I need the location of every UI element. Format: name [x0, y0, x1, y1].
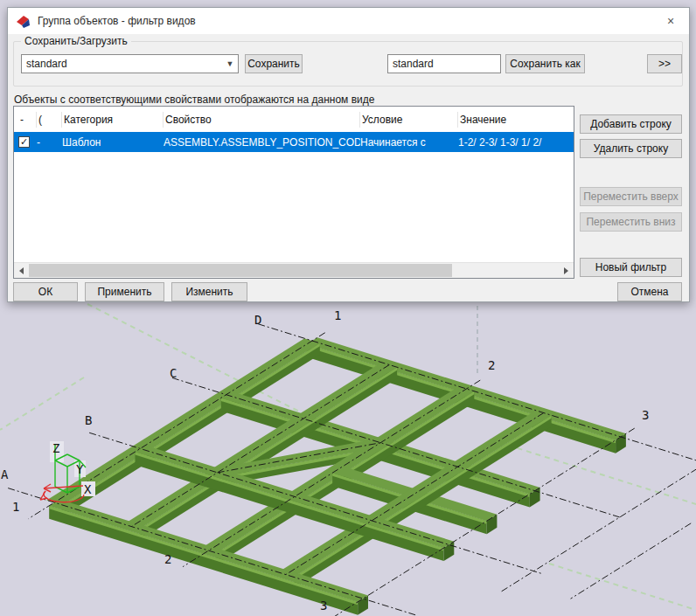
modify-button[interactable]: Изменить	[171, 282, 247, 301]
grid-label: C	[170, 366, 177, 380]
row-cell[interactable]: 1-2/ 2-3/ 1-3/ 1/ 2/	[458, 136, 574, 149]
axis-label-x: X	[84, 482, 92, 496]
close-icon[interactable]: ×	[663, 13, 679, 29]
scroll-right-arrow-icon[interactable]	[559, 263, 574, 278]
axis-label-z: Z	[52, 441, 59, 455]
save-button[interactable]: Сохранить	[245, 54, 303, 73]
row-cell[interactable]: Шаблон	[62, 136, 164, 149]
row-cell[interactable]: Начинается с	[360, 136, 458, 149]
row-cell[interactable]: -	[37, 136, 62, 149]
scrollbar-thumb[interactable]	[29, 264, 452, 277]
scroll-left-arrow-icon[interactable]	[14, 263, 29, 278]
grid-label: 1	[334, 308, 341, 322]
filter-select-dropdown[interactable]: standard ▼	[21, 54, 239, 73]
apply-button[interactable]: Применить	[85, 282, 164, 301]
grid-label: 3	[320, 599, 327, 613]
new-filter-button[interactable]: Новый фильтр	[580, 258, 682, 277]
delete-row-button[interactable]: Удалить строку	[580, 139, 682, 158]
expand-button[interactable]: >>	[647, 54, 682, 73]
filter-description-text: Объекты с соответствующими свойствами от…	[14, 93, 374, 106]
cancel-button[interactable]: Отмена	[617, 282, 682, 301]
table-header-row: -(КатегорияСвойствоУсловиеЗначение	[14, 107, 574, 132]
column-header[interactable]: (	[37, 112, 62, 128]
save-as-button[interactable]: Сохранить как	[505, 54, 585, 73]
grid-label: 1	[12, 500, 19, 514]
row-enabled-checkbox[interactable]: ✓	[18, 136, 30, 148]
ok-button[interactable]: ОК	[13, 282, 78, 301]
column-header[interactable]: -	[18, 112, 37, 128]
horizontal-scrollbar[interactable]	[14, 262, 574, 278]
column-header[interactable]: Свойство	[164, 112, 360, 128]
save-load-group-label: Сохранить/Загрузить	[21, 35, 131, 47]
move-down-button: Переместить вниз	[580, 212, 682, 232]
save-load-groupbox: Сохранить/Загрузить standard ▼ Сохранить…	[13, 41, 683, 87]
axis-label-y: Y	[76, 462, 84, 476]
row-cell[interactable]: ASSEMBLY.ASSEMBLY_POSITION_CODE	[164, 136, 360, 149]
chevron-down-icon: ▼	[222, 59, 238, 68]
filter-rule-row[interactable]: ✓-ШаблонASSEMBLY.ASSEMBLY_POSITION_CODEН…	[14, 132, 574, 152]
column-header[interactable]: Условие	[360, 112, 458, 128]
filter-rules-table: -(КатегорияСвойствоУсловиеЗначение ✓-Шаб…	[13, 106, 574, 279]
tekla-app-icon	[16, 14, 31, 29]
grid-label: D	[254, 313, 261, 327]
grid-label: A	[1, 467, 9, 481]
table-rows: ✓-ШаблонASSEMBLY.ASSEMBLY_POSITION_CODEН…	[14, 132, 574, 152]
column-header[interactable]: Категория	[62, 112, 164, 128]
column-header[interactable]: Значение	[458, 112, 574, 128]
grid-label: 2	[488, 358, 495, 372]
grid-label: B	[85, 413, 92, 427]
dialog-title: Группа объектов - фильтр видов	[38, 15, 196, 27]
grid-label: 3	[642, 408, 649, 422]
grid-label: 2	[164, 552, 171, 566]
add-row-button[interactable]: Добавить строку	[580, 114, 682, 134]
object-group-filter-dialog: Группа объектов - фильтр видов × Сохрани…	[7, 7, 690, 302]
save-as-name-input[interactable]: standard	[387, 54, 501, 73]
filter-select-value: standard	[22, 58, 222, 70]
move-up-button: Переместить вверх	[580, 187, 682, 206]
dialog-titlebar[interactable]: Группа объектов - фильтр видов ×	[8, 8, 689, 34]
